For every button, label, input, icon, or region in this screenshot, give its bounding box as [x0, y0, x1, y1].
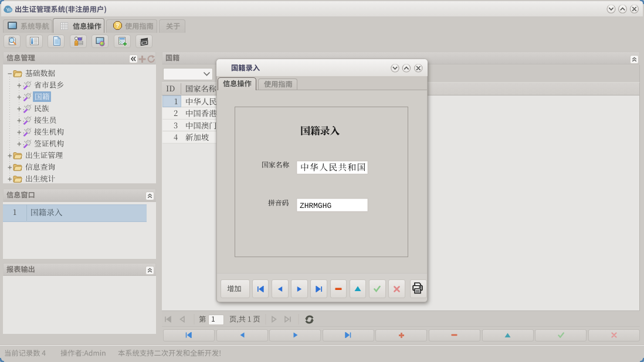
- svg-text:?: ?: [116, 22, 120, 29]
